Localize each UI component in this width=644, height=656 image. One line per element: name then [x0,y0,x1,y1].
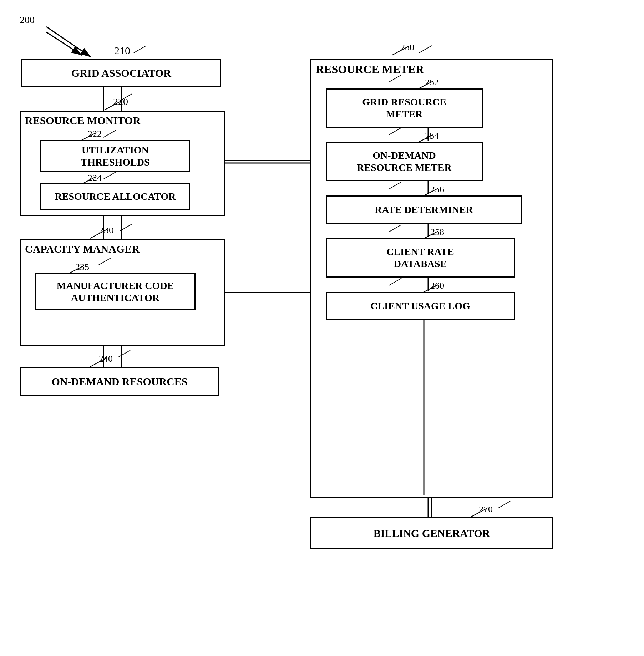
client-usage-log-label: CLIENT USAGE LOG [370,300,470,312]
resource-monitor-box: RESOURCE MONITOR 222 UTILIZATIONTHRESHOL… [20,111,225,216]
svg-text:250: 250 [400,45,414,52]
svg-text:235: 235 [75,264,89,272]
client-rate-database-label: CLIENT RATEDATABASE [386,246,454,270]
capacity-manager-label: CAPACITY MANAGER [25,243,140,255]
client-usage-log-box: CLIENT USAGE LOG [326,292,515,320]
svg-text:222: 222 [88,131,102,139]
ref-250: 250 [389,45,417,60]
svg-text:240: 240 [99,356,113,364]
grid-resource-meter-box: GRID RESOURCEMETER [326,88,483,128]
client-rate-database-box: CLIENT RATEDATABASE [326,238,515,278]
ref-200: 200 [20,14,35,26]
resource-meter-box: RESOURCE METER 252 GRID RESOURCEMETER 25… [310,59,553,498]
diagram: 200 210 GRID ASSOCIATOR 220 RESOURCE MON… [0,0,644,656]
svg-text:270: 270 [479,507,493,514]
grid-resource-meter-label: GRID RESOURCEMETER [362,96,446,120]
grid-associator-label: GRID ASSOCIATOR [71,67,171,80]
svg-line-41 [134,46,146,53]
svg-line-39 [46,27,91,57]
on-demand-resource-meter-label: ON-DEMANDRESOURCE METER [357,149,451,173]
svg-line-48 [419,46,432,53]
svg-text:220: 220 [113,99,128,107]
resource-meter-label: RESOURCE METER [316,63,424,76]
svg-text:258: 258 [430,229,444,237]
svg-text:254: 254 [425,133,439,141]
svg-line-1 [46,32,82,55]
rate-determiner-box: RATE DETERMINER [326,195,522,224]
svg-text:252: 252 [425,80,439,87]
svg-text:230: 230 [99,228,114,235]
svg-line-47 [118,350,130,357]
resource-allocator-label: RESOURCE ALLOCATOR [55,190,176,203]
on-demand-resource-meter-box: ON-DEMANDRESOURCE METER [326,142,483,181]
manufacturer-code-authenticator-label: MANUFACTURER CODEAUTHENTICATOR [57,280,174,304]
ref-210: 210 [114,45,130,57]
billing-generator-label: BILLING GENERATOR [374,527,490,540]
resource-monitor-label: RESOURCE MONITOR [25,115,141,127]
svg-text:260: 260 [430,283,444,291]
resource-allocator-box: RESOURCE ALLOCATOR [40,183,190,210]
svg-line-45 [120,224,132,231]
billing-generator-box: BILLING GENERATOR [310,517,553,549]
rate-determiner-label: RATE DETERMINER [375,204,473,216]
capacity-manager-box: CAPACITY MANAGER 235 MANUFACTURER CODEAU… [20,239,225,346]
utilization-thresholds-box: UTILIZATIONTHRESHOLDS [40,140,190,172]
utilization-thresholds-label: UTILIZATIONTHRESHOLDS [81,144,150,168]
on-demand-resources-label: ON-DEMAND RESOURCES [52,375,188,388]
inner-line-down [422,320,426,495]
on-demand-resources-box: ON-DEMAND RESOURCES [20,367,219,396]
grid-associator-box: GRID ASSOCIATOR [21,59,221,87]
svg-text:224: 224 [88,175,102,183]
svg-line-54 [498,501,510,508]
svg-text:256: 256 [430,187,444,194]
manufacturer-code-authenticator-box: MANUFACTURER CODEAUTHENTICATOR [35,273,196,310]
